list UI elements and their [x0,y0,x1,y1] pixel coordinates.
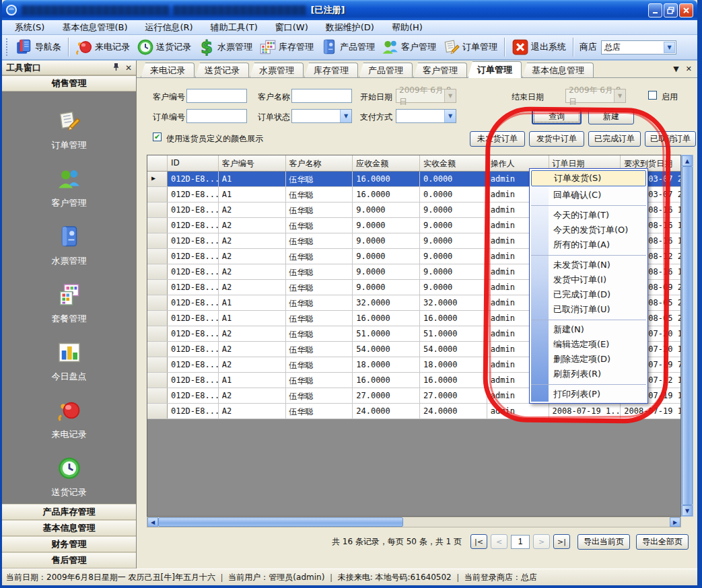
customer-no-input[interactable] [186,89,247,103]
col-header-id[interactable]: ID [168,155,219,171]
vertical-scrollbar[interactable]: ▲ ▼ [681,155,693,517]
order-no-input[interactable] [186,109,247,123]
sidebar-section-button[interactable]: 基本信息管理 [2,520,136,536]
chevron-down-icon[interactable]: ▼ [673,65,678,73]
filter-button-shipping[interactable]: 发货中订单 [529,131,584,147]
toolbar-button[interactable]: 客户管理 [378,36,440,58]
horizontal-scrollbar[interactable]: ◀ ▶ [147,517,681,527]
delivery-color-checkbox[interactable]: ✔ [153,133,162,141]
menubar-item[interactable]: 窗口(W) [268,20,316,35]
start-date-picker[interactable]: 2009年 6月 8日 ▼ [396,89,456,103]
context-menu-item[interactable]: 新建(N) [531,320,646,337]
minimize-button[interactable] [648,3,662,17]
enable-checkbox[interactable] [648,91,657,100]
new-button[interactable]: 新建 [588,109,634,124]
sidebar-section-button[interactable]: 财务管理 [2,536,136,552]
menubar-item[interactable]: 系统(S) [7,20,52,35]
row-selector[interactable] [147,357,168,372]
toolbar-button[interactable]: $ 水票管理 [195,36,256,58]
query-button[interactable]: 查询 [532,109,582,124]
context-menu-item[interactable]: 未发货订单(N) [531,255,646,272]
sidebar-item[interactable]: 今日盘点 [52,340,87,383]
tab[interactable]: 客户管理 [413,63,467,77]
context-menu-item[interactable]: 删除选定项(D) [531,352,646,367]
tab[interactable]: 送货记录 [195,63,249,77]
row-selector[interactable] [147,187,168,202]
col-header-customer-name[interactable]: 客户名称 [286,155,353,171]
context-menu-item[interactable]: 今天的订单(T) [531,205,646,223]
table-row[interactable]: 012D-E8... A2 伍华聪 24.0000 24.0000 admin … [147,404,680,419]
context-menu-item[interactable]: 所有的订单(A) [531,237,646,252]
sidebar-section-sales[interactable]: 销售管理 [2,75,136,91]
row-selector[interactable] [147,203,168,217]
col-header-customer-no[interactable]: 客户编号 [219,155,286,171]
sidebar-section-button[interactable]: 售后管理 [2,552,136,568]
row-selector[interactable] [147,233,168,248]
tab[interactable]: 来电记录 [141,63,195,77]
export-current-page-button[interactable]: 导出当前页 [577,534,630,550]
toolbar-button[interactable]: 库存管理 [256,36,317,58]
row-selector[interactable] [147,388,168,403]
tab[interactable]: 水票管理 [250,63,304,77]
context-menu-item[interactable]: 今天的发货订单(O) [531,223,646,237]
tab[interactable]: 基本信息管理 [522,63,594,77]
col-header-receivable[interactable]: 应收金额 [353,155,420,171]
col-header-received[interactable]: 实收金额 [420,155,487,171]
sidebar-section-button[interactable]: 产品库存管理 [2,504,136,520]
col-header-selector[interactable] [147,155,168,171]
tab[interactable]: 产品管理 [359,63,413,77]
sidebar-item[interactable]: 送货记录 [52,456,87,499]
scroll-down-icon[interactable]: ▼ [682,505,693,516]
toolbar-grip[interactable] [6,38,9,56]
customer-name-input[interactable] [291,89,352,103]
context-menu-item[interactable]: 发货中订单(I) [531,272,646,287]
context-menu-item[interactable]: 已完成订单(D) [531,287,646,302]
filter-button-unshipped[interactable]: 未发货订单 [470,131,525,147]
chevron-down-icon[interactable]: ▼ [444,89,456,102]
context-menu-item[interactable]: 编辑选定项(E) [531,337,646,352]
end-date-picker[interactable]: 2009年 6月 8日 ▼ [565,89,626,103]
chevron-down-icon[interactable]: ▼ [340,110,351,122]
shop-select[interactable]: 总店 ▼ [601,40,676,54]
filter-button-cancelled[interactable]: 已取消订单 [645,131,696,147]
row-selector[interactable] [147,404,168,418]
order-status-select[interactable]: ▼ [291,109,352,123]
vertical-scrollbar-thumb[interactable] [682,166,693,505]
first-page-button[interactable]: |< [470,534,487,549]
row-selector[interactable] [147,373,168,388]
filter-button-completed[interactable]: 已完成订单 [588,131,641,147]
context-menu-item[interactable]: 回单确认(C) [531,188,646,203]
row-selector[interactable] [147,326,168,341]
export-all-pages-button[interactable]: 导出全部页 [636,534,689,550]
horizontal-scrollbar-thumb[interactable] [158,517,403,527]
close-icon[interactable]: ✕ [686,65,692,73]
toolbar-button[interactable]: 送货记录 [133,36,195,58]
menubar-item[interactable]: 运行信息(R) [137,20,200,35]
scroll-left-icon[interactable]: ◀ [147,517,158,527]
sidebar-item[interactable]: 客户管理 [52,167,87,209]
row-selector[interactable] [147,264,168,279]
chevron-down-icon[interactable]: ▼ [664,42,675,53]
toolbar-button[interactable]: 产品管理 [317,36,378,58]
page-number-input[interactable] [511,535,530,549]
row-selector[interactable] [147,342,168,357]
close-button[interactable] [679,3,693,17]
row-selector[interactable] [147,311,168,326]
sidebar-item[interactable]: 套餐管理 [52,283,87,325]
sidebar-item[interactable]: 水票管理 [52,225,87,267]
sidebar-item[interactable]: 来电记录 [52,398,87,441]
pay-method-select[interactable]: ▼ [396,109,456,123]
menubar-item[interactable]: 辅助工具(T) [203,20,265,35]
row-selector[interactable] [147,295,168,310]
chevron-down-icon[interactable]: ▼ [614,89,625,102]
next-page-button[interactable]: > [533,534,550,549]
context-menu-item[interactable]: 打印列表(P) [531,384,646,402]
row-selector[interactable] [147,280,168,295]
row-selector[interactable] [147,218,168,233]
pin-icon[interactable] [112,61,120,74]
row-selector[interactable] [147,172,168,186]
close-icon[interactable]: ✕ [125,64,132,72]
prev-page-button[interactable]: < [491,534,507,549]
context-menu-item[interactable]: 刷新列表(R) [531,367,646,381]
context-menu-item[interactable]: 已取消订单(U) [531,302,646,317]
